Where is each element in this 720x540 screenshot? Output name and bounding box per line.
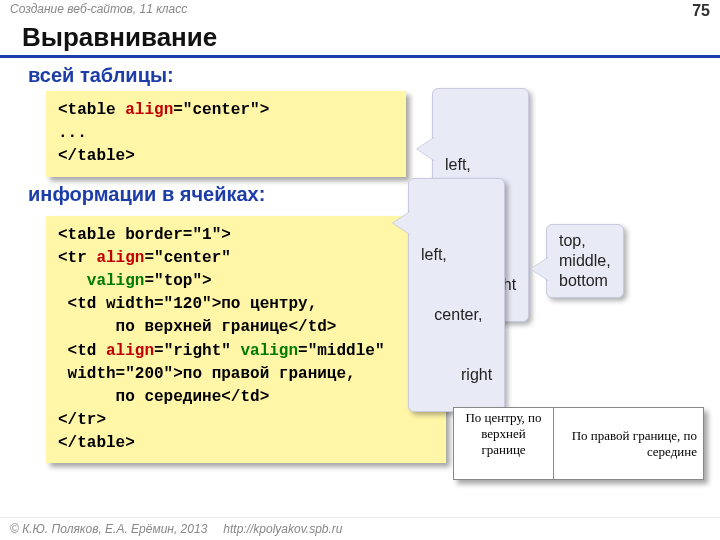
code-text: ="center"> [173, 101, 269, 119]
code-text: по верхней границе</td> [58, 318, 336, 336]
callout-line: left, [445, 155, 516, 175]
attr-valign: valign [87, 272, 145, 290]
page-number: 75 [692, 2, 710, 20]
code-text: ="middle" [298, 342, 384, 360]
callout-align-values-2: left, center, right [408, 178, 505, 412]
code-text: </table> [58, 147, 135, 165]
code-block-2: <table border="1"> <tr align="center" va… [46, 216, 446, 464]
attr-align: align [106, 342, 154, 360]
subheading-2: информации в ячейках: [0, 177, 720, 210]
callout-tail-icon [393, 211, 411, 235]
footer-url: http://kpolyakov.spb.ru [223, 522, 342, 536]
attr-align: align [96, 249, 144, 267]
code-text: ="top"> [144, 272, 211, 290]
callout-line: center, [421, 305, 492, 325]
code-text: <table border="1"> [58, 226, 231, 244]
code-text: <td width="120">по центру, [58, 295, 317, 313]
code-text: <table [58, 101, 125, 119]
page-title: Выравнивание [0, 22, 720, 58]
code-text: <td [58, 342, 106, 360]
code-text: <tr [58, 249, 96, 267]
code-text: </table> [58, 434, 135, 452]
footer: © К.Ю. Поляков, Е.А. Ерёмин, 2013 http:/… [0, 517, 720, 540]
subheading-1: всей таблицы: [0, 58, 720, 91]
callout-tail-icon [531, 257, 549, 281]
code-text: ="right" [154, 342, 240, 360]
preview-cell-b: По правой границе, по середине [554, 408, 704, 480]
code-text [58, 272, 87, 290]
callout-line: middle, [559, 251, 611, 271]
callout-line: top, [559, 231, 611, 251]
code-text: </tr> [58, 411, 106, 429]
copyright: © К.Ю. Поляков, Е.А. Ерёмин, 2013 [10, 522, 207, 536]
code-block-1: <table align="center"> ... </table> [46, 91, 406, 177]
callout-valign-values: top, middle, bottom [546, 224, 624, 298]
preview-table: По центру, по верхней границе По правой … [453, 407, 704, 480]
table-row: По центру, по верхней границе По правой … [454, 408, 704, 480]
code-text: width="200">по правой границе, [58, 365, 356, 383]
callout-line: bottom [559, 271, 611, 291]
callout-line: left, [421, 245, 492, 265]
callout-line: right [421, 365, 492, 385]
attr-align: align [125, 101, 173, 119]
code-text: ... [58, 124, 87, 142]
preview-cell-a: По центру, по верхней границе [454, 408, 554, 480]
attr-valign: valign [240, 342, 298, 360]
code-text: ="center" [144, 249, 230, 267]
code-text: по середине</td> [58, 388, 269, 406]
course-label: Создание веб-сайтов, 11 класс [10, 2, 187, 20]
callout-tail-icon [417, 137, 435, 161]
topbar: Создание веб-сайтов, 11 класс 75 [0, 0, 720, 22]
